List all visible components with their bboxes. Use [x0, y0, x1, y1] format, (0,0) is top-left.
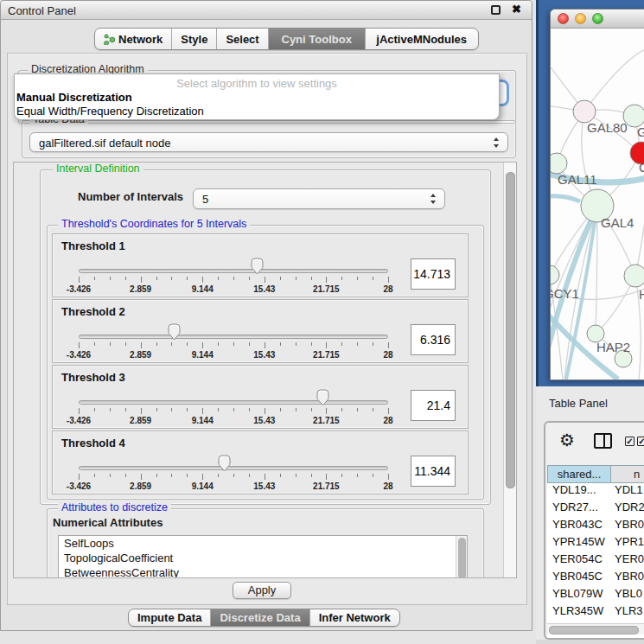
threshold-label: Threshold 1	[61, 239, 125, 252]
slider-tick	[125, 277, 126, 280]
slider-tick	[326, 408, 327, 414]
close-traffic-light-icon[interactable]	[558, 13, 569, 24]
slider-tick	[171, 342, 172, 346]
close-icon[interactable]: ✖	[512, 3, 521, 16]
node-gcy1[interactable]	[551, 265, 559, 284]
tab-jactivemnodules[interactable]: jActiveMNodules	[366, 29, 478, 49]
option-manual-discretization[interactable]: Manual Discretization	[16, 91, 132, 104]
node-gal11[interactable]	[551, 153, 567, 174]
slider-track[interactable]	[79, 400, 388, 405]
slider-thumb[interactable]	[251, 258, 264, 275]
cell-shared-name[interactable]: YBR045C	[547, 570, 615, 587]
network-window-titlebar[interactable]	[551, 10, 644, 29]
cell-name[interactable]: YPR1	[615, 535, 644, 552]
attribute-item-betweennesscentrality[interactable]: BetweennessCentrality	[59, 565, 467, 578]
cell-name[interactable]: YER0	[615, 552, 644, 570]
tick-label: 9.144	[181, 284, 224, 294]
checkbox-icon[interactable]: ✓	[637, 437, 644, 446]
attribute-item-selfloops[interactable]: SelfLoops	[59, 536, 467, 551]
slider-thumb[interactable]	[218, 455, 231, 472]
threshold-value-field[interactable]: 6.316	[411, 324, 456, 355]
slider-thumb[interactable]	[168, 323, 181, 341]
table-row[interactable]: YDL19...YDL1	[547, 483, 644, 501]
tick-label: 15.43	[243, 350, 286, 360]
tab-impute-data[interactable]: Impute Data	[129, 609, 211, 626]
tab-style[interactable]: Style	[172, 29, 217, 49]
column-layout-icon[interactable]	[594, 433, 612, 449]
attributes-scrollbar-thumb[interactable]	[458, 538, 466, 578]
slider-tick	[311, 408, 312, 411]
network-edge[interactable]	[584, 48, 644, 112]
table-header-row: shared... n	[547, 465, 644, 483]
zoom-traffic-light-icon[interactable]	[592, 13, 603, 24]
slider-thumb[interactable]	[316, 389, 329, 406]
option-equal-width-frequency[interactable]: Equal Width/Frequency Discretization	[16, 105, 204, 118]
table-row[interactable]: YLR345WYLR3	[547, 604, 644, 622]
cell-shared-name[interactable]: YDR27...	[547, 501, 615, 518]
table-row[interactable]: YBL079WYBL0	[547, 587, 644, 604]
tab-cyni-toolbox[interactable]: Cyni Toolbox	[269, 29, 366, 49]
slider-tick	[311, 277, 312, 280]
threshold-value-field[interactable]: 11.344	[411, 456, 456, 487]
network-canvas[interactable]: GAL80GCGAL11GAL4GCY1HHAP2	[551, 29, 644, 379]
threshold-value-field[interactable]: 14.713	[411, 258, 456, 290]
table-horizontal-scrollbar	[547, 623, 644, 634]
cell-shared-name[interactable]: YLR345W	[547, 604, 615, 622]
cell-name[interactable]: YLR3	[615, 604, 644, 622]
slider-track[interactable]	[79, 335, 388, 339]
column-header-name[interactable]: n	[611, 465, 644, 483]
cell-name[interactable]: YDR2	[615, 501, 644, 518]
slider-tick	[125, 474, 126, 477]
cell-name[interactable]: YBR0	[615, 518, 644, 535]
control-panel-titlebar[interactable]: Control Panel ✖	[1, 1, 532, 20]
tab-discretize-data[interactable]: Discretize Data	[211, 609, 309, 626]
tick-label: 28	[367, 350, 410, 360]
tab-select[interactable]: Select	[217, 29, 268, 49]
cell-shared-name[interactable]: YPR145W	[547, 535, 615, 552]
cell-shared-name[interactable]: YBR043C	[547, 518, 615, 535]
table-hscrollbar-thumb[interactable]	[549, 626, 639, 634]
checkbox-icon[interactable]: ✓	[625, 437, 634, 446]
node-h[interactable]	[624, 265, 644, 287]
slider-tick	[249, 408, 250, 411]
float-window-icon[interactable]	[491, 5, 501, 15]
slider-tick	[373, 277, 373, 280]
slider-tick	[326, 277, 327, 283]
table-row[interactable]: YBR045CYBR0	[547, 570, 644, 587]
slider-track[interactable]	[79, 466, 388, 470]
slider-tick	[296, 408, 296, 411]
cell-name[interactable]: YBR0	[615, 570, 644, 587]
tab-network[interactable]: Network	[95, 29, 172, 49]
table-row[interactable]: YDR27...YDR2	[547, 501, 644, 518]
slider-tick	[280, 277, 281, 280]
number-of-intervals-combobox[interactable]: 5	[193, 188, 445, 209]
algorithm-placeholder-option[interactable]: Select algorithm to view settings	[15, 77, 499, 90]
node-label-gcy1: GCY1	[551, 286, 579, 301]
table-panel-inner: ⚙ ✓ ✓ shared... n YDL19...YDL1YDR27...YD…	[544, 421, 644, 640]
threshold-value-field[interactable]: 21.4	[411, 390, 456, 421]
apply-button[interactable]: Apply	[233, 582, 291, 599]
network-edge-highlighted[interactable]	[551, 196, 580, 201]
table-row[interactable]: YER054CYER0	[547, 552, 644, 570]
cell-shared-name[interactable]: YBL079W	[547, 587, 615, 604]
screen: { "window": { "title": "Control Panel" }…	[0, 0, 644, 644]
table-data-combobox[interactable]: galFiltered.sif default node	[29, 132, 508, 152]
cell-name[interactable]: YDL1	[615, 483, 644, 501]
number-of-intervals-label: Number of Intervals	[78, 190, 183, 203]
network-view-window: GAL80GCGAL11GAL4GCY1HHAP2	[550, 9, 644, 380]
gear-icon[interactable]: ⚙	[559, 431, 575, 449]
settings-scrollbar-thumb[interactable]	[506, 172, 515, 488]
cell-shared-name[interactable]: YER054C	[547, 552, 615, 570]
cell-name[interactable]: YBL0	[615, 587, 644, 604]
attribute-item-topologicalcoefficient[interactable]: TopologicalCoefficient	[59, 551, 467, 565]
minimize-traffic-light-icon[interactable]	[575, 13, 586, 24]
slider-tick	[141, 277, 142, 283]
column-header-shared-name[interactable]: shared...	[547, 465, 611, 483]
slider-track[interactable]	[79, 269, 388, 273]
slider-tick	[125, 342, 126, 346]
table-row[interactable]: YPR145WYPR1	[547, 535, 644, 552]
table-row[interactable]: YBR043CYBR0	[547, 518, 644, 535]
interval-definition-title: Interval Definition	[53, 163, 143, 175]
tab-infer-network[interactable]: Infer Network	[310, 609, 399, 626]
cell-shared-name[interactable]: YDL19...	[547, 483, 615, 501]
